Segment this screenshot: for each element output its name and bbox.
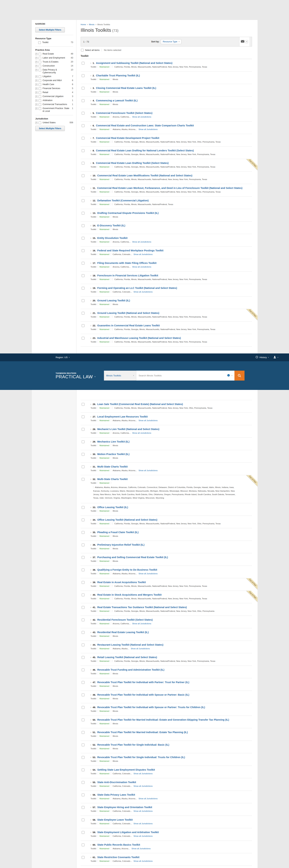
chevron-expand-icon[interactable]: › <box>90 518 91 521</box>
delivery-options-dropdown[interactable]: ▾ <box>245 40 248 43</box>
item-title-link[interactable]: Revocable Trust Plan Toolkit for Individ… <box>97 681 189 684</box>
item-title-link[interactable]: E-Discovery Toolkit (IL) <box>97 224 125 227</box>
filter-row[interactable]: + United States 936 <box>35 121 73 124</box>
item-checkbox[interactable] <box>82 769 84 771</box>
chevron-expand-icon[interactable]: › <box>90 440 91 443</box>
item-title-link[interactable]: Charitable Trust Planning Toolkit (IL) <box>96 74 140 78</box>
filter-checkbox[interactable] <box>38 122 41 124</box>
item-checkbox[interactable] <box>82 644 84 646</box>
show-all-jurisdictions-link[interactable]: Show all Jurisdictions <box>134 810 152 812</box>
chevron-expand-icon[interactable]: › <box>90 643 91 646</box>
item-checkbox[interactable] <box>82 556 84 559</box>
item-title-link[interactable]: Commencing a Lawsuit Toolkit (IL) <box>96 99 138 102</box>
show-all-jurisdictions-link[interactable]: Show all Jurisdictions <box>139 572 157 575</box>
item-checkbox[interactable] <box>82 187 84 190</box>
item-checkbox[interactable] <box>82 112 84 115</box>
breadcrumb-home-link[interactable]: Home <box>81 24 86 26</box>
item-title-link[interactable]: Local Employment Law Resources Toolkit <box>97 415 148 418</box>
item-title-link[interactable]: State Employment Litigation and Arbitrat… <box>97 831 159 834</box>
item-checkbox[interactable] <box>82 324 84 327</box>
chevron-expand-icon[interactable]: › <box>90 112 91 115</box>
item-title-link[interactable]: Qualifying a Foreign Entity to Do Busine… <box>97 568 157 572</box>
chevron-expand-icon[interactable]: › <box>90 477 91 480</box>
filter-checkbox[interactable] <box>38 87 41 90</box>
item-checkbox[interactable] <box>82 506 84 509</box>
chevron-expand-icon[interactable]: › <box>90 161 91 164</box>
item-title-link[interactable]: State Employee Hiring and Orientation To… <box>97 806 152 809</box>
chevron-expand-icon[interactable]: › <box>90 465 91 468</box>
item-checkbox[interactable] <box>82 237 84 240</box>
filter-checkbox[interactable] <box>38 57 41 59</box>
search-info-icon[interactable]: i <box>227 374 230 377</box>
item-checkbox[interactable] <box>82 74 84 77</box>
chevron-expand-icon[interactable]: › <box>90 403 91 406</box>
item-title-link[interactable]: Multi-State Charts Toolkit <box>97 477 128 481</box>
show-all-jurisdictions-link[interactable]: Show all Jurisdictions <box>131 648 150 650</box>
item-title-link[interactable]: Forming and Operating an LLC Toolkit (Na… <box>97 286 177 290</box>
show-all-jurisdictions-link[interactable]: Show all Jurisdictions <box>139 798 157 800</box>
expand-plus-icon[interactable]: + <box>35 103 37 106</box>
caret-down-icon[interactable]: ▾ <box>232 375 232 376</box>
item-checkbox[interactable] <box>82 199 84 202</box>
item-title-link[interactable]: Commercial Real Estate Loan Drafting for… <box>96 149 194 152</box>
search-scope-dropdown[interactable]: Illinois Toolkits▾ <box>104 371 136 380</box>
item-title-link[interactable]: Revocable Trust Plan Toolkit for Married… <box>97 731 188 734</box>
filter-row[interactable]: + Financial Services 5 <box>35 87 73 90</box>
item-checkbox[interactable] <box>82 843 84 846</box>
item-checkbox[interactable] <box>82 249 84 252</box>
item-checkbox[interactable] <box>82 756 84 759</box>
filter-row[interactable]: + Retail 4 <box>35 91 73 94</box>
chevron-expand-icon[interactable]: › <box>90 531 91 534</box>
filter-checkbox[interactable] <box>38 61 41 63</box>
show-all-jurisdictions-link[interactable]: Show all Jurisdictions <box>134 823 152 825</box>
item-checkbox[interactable] <box>82 287 84 289</box>
chevron-expand-icon[interactable]: › <box>90 793 91 796</box>
filter-row[interactable]: + Health Care 6 <box>35 83 73 86</box>
item-title-link[interactable]: Revocable Trust Plan Toolkit for Single … <box>97 743 169 747</box>
filter-row[interactable]: Toolkit 73 <box>35 41 73 44</box>
filter-row[interactable]: + Labor and Employment 43 <box>35 57 73 59</box>
item-title-link[interactable]: Multi-State Charts Toolkit <box>97 465 128 469</box>
show-all-jurisdictions-link[interactable]: Show all Jurisdictions <box>134 860 152 862</box>
chevron-expand-icon[interactable]: › <box>90 186 91 189</box>
item-title-link[interactable]: State Anti-Discrimination Toolkit <box>97 780 136 784</box>
chevron-expand-icon[interactable]: › <box>90 743 91 746</box>
chevron-expand-icon[interactable]: › <box>90 87 91 89</box>
expand-plus-icon[interactable]: + <box>35 65 37 67</box>
breadcrumb-illinois-link[interactable]: Illinois <box>89 24 94 26</box>
item-title-link[interactable]: State Public Records Basics Toolkit <box>97 843 140 847</box>
item-checkbox[interactable] <box>82 631 84 634</box>
chevron-expand-icon[interactable]: › <box>90 556 91 559</box>
chevron-expand-icon[interactable]: › <box>90 568 91 571</box>
item-checkbox[interactable] <box>82 440 84 443</box>
chevron-expand-icon[interactable]: › <box>90 324 91 327</box>
chevron-expand-icon[interactable]: › <box>90 274 91 277</box>
item-title-link[interactable]: Loan Sale Toolkit (Commercial Real Estat… <box>97 402 183 406</box>
chevron-expand-icon[interactable]: › <box>90 718 91 721</box>
item-checkbox[interactable] <box>82 478 84 481</box>
filter-row[interactable]: + Construction 14 <box>35 65 73 67</box>
show-all-jurisdictions-link[interactable]: Show all Jurisdictions <box>132 116 151 118</box>
filter-checkbox[interactable] <box>38 53 41 55</box>
expand-plus-icon[interactable]: + <box>35 107 37 110</box>
item-checkbox[interactable] <box>82 619 84 621</box>
filter-checkbox[interactable] <box>38 91 41 94</box>
chevron-expand-icon[interactable]: › <box>90 415 91 418</box>
item-title-link[interactable]: Settling State Law Employment Disputes T… <box>97 768 155 772</box>
chevron-expand-icon[interactable]: › <box>90 656 91 659</box>
chevron-expand-icon[interactable]: › <box>90 124 91 127</box>
expand-plus-icon[interactable]: + <box>35 99 37 102</box>
chevron-expand-icon[interactable]: › <box>90 768 91 771</box>
show-all-jurisdictions-link[interactable]: Show all Jurisdictions <box>134 253 152 255</box>
item-title-link[interactable]: Retail Leasing Toolkit (National and Sel… <box>97 655 157 659</box>
chevron-expand-icon[interactable]: › <box>90 843 91 846</box>
item-checkbox[interactable] <box>82 531 84 534</box>
item-checkbox[interactable] <box>82 794 84 796</box>
filter-checkbox[interactable] <box>38 95 41 98</box>
filter-row[interactable]: + Government Practice: State & Local 1 <box>35 107 73 113</box>
item-title-link[interactable]: Commercial Real Estate Loan Modification… <box>97 174 192 178</box>
expand-plus-icon[interactable]: + <box>35 95 37 98</box>
item-title-link[interactable]: Ground Leasing Toolkit (National and Sel… <box>97 311 160 315</box>
chevron-expand-icon[interactable]: › <box>90 681 91 684</box>
item-title-link[interactable]: Assignment and Subleasing Toolkit (Natio… <box>96 61 172 65</box>
